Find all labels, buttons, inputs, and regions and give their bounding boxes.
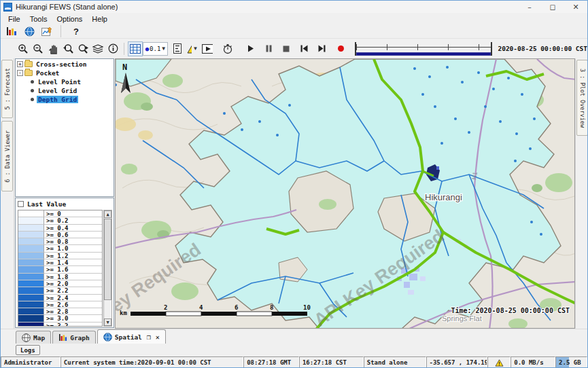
menu-options[interactable]: Options: [52, 14, 87, 24]
legend-panel: Last Value >= 0 >= 0.2 >= 0.4 >= 0.6 >= …: [15, 198, 114, 328]
collapse-icon[interactable]: -: [17, 70, 23, 76]
tab-forecast[interactable]: 5 : Forecast: [1, 60, 13, 118]
left-tab-strip: 5 : Forecast 6 : Data Viewer: [1, 58, 14, 329]
step-back-button[interactable]: [296, 41, 311, 56]
animation-panel-button[interactable]: [200, 41, 215, 56]
svg-text:N: N: [122, 62, 127, 72]
last-value-checkbox[interactable]: [18, 201, 24, 207]
statusbar: Administrator Current system time:2020-0…: [1, 356, 587, 368]
zoom-next-button[interactable]: [75, 41, 90, 56]
legend-toggle-button[interactable]: [170, 41, 185, 56]
stopwatch-icon: [222, 43, 233, 54]
help-button[interactable]: ?: [67, 24, 85, 39]
legend-swatch: [18, 280, 44, 287]
legend-row: >= 1.2: [18, 253, 102, 259]
tab-close-icon[interactable]: ✕: [156, 333, 160, 341]
pause-button[interactable]: [261, 41, 276, 56]
warning-icon: [495, 359, 504, 367]
legend-swatch: [18, 315, 44, 322]
spatial-display-button[interactable]: [22, 24, 37, 39]
tab-map[interactable]: Map: [16, 331, 51, 344]
logs-button[interactable]: Logs: [16, 345, 40, 355]
scroll-up-icon[interactable]: ▲: [104, 210, 111, 218]
play-button[interactable]: [243, 41, 258, 56]
layers-button[interactable]: [90, 41, 105, 56]
tree-item-cross-section[interactable]: + Cross-section: [16, 60, 114, 68]
legend-swatch: [18, 287, 44, 294]
tab-plot-overview[interactable]: 3 : Plot Overview: [576, 60, 588, 136]
tree-item-depth-grid[interactable]: Depth Grid: [16, 95, 114, 103]
folder-icon: [24, 70, 33, 76]
app-window: Hikurangi FEWS (Stand alone) – ◻ ✕ File …: [0, 0, 588, 368]
tab-data-viewer[interactable]: 6 : Data Viewer: [1, 121, 13, 191]
main-toolbar: ?: [1, 24, 587, 39]
wire-globe-icon: [22, 333, 31, 342]
legend-row: >= 1.8: [18, 274, 102, 280]
timeseries-display-button[interactable]: [4, 24, 19, 39]
tree-item-pocket[interactable]: - Pocket: [16, 69, 114, 77]
profile-display-button[interactable]: [39, 24, 54, 39]
maximize-button[interactable]: ◻: [541, 1, 564, 13]
dot-icon: ●: [145, 45, 149, 52]
help-icon: ?: [69, 26, 83, 37]
menu-tools[interactable]: Tools: [25, 14, 52, 24]
titlebar: Hikurangi FEWS (Stand alone) – ◻ ✕: [1, 1, 587, 13]
legend-swatch: [18, 245, 44, 252]
close-button[interactable]: ✕: [564, 1, 587, 13]
time-slider[interactable]: [355, 42, 492, 56]
timer-button[interactable]: [220, 41, 235, 56]
bullet-icon: [31, 98, 34, 101]
legend-swatch: [18, 238, 44, 245]
grid-display-button[interactable]: [128, 41, 143, 56]
status-warning-cell[interactable]: [487, 356, 511, 368]
expand-icon[interactable]: +: [17, 61, 23, 67]
tree-item-level-grid[interactable]: Level Grid: [16, 86, 114, 94]
tab-graph[interactable]: Graph: [52, 331, 96, 344]
legend-row: >= 3.0: [18, 315, 102, 322]
time-slider-ruler: [356, 47, 491, 48]
info-button[interactable]: [105, 41, 120, 56]
zoom-in-button[interactable]: [16, 41, 31, 56]
pan-button[interactable]: [46, 41, 60, 56]
tab-maximize-icon[interactable]: ❒: [147, 333, 151, 341]
status-memory: 2.5 GB: [555, 356, 587, 368]
map-view[interactable]: API Key Required API Key Required Hikura…: [115, 58, 575, 329]
chevron-down-icon: ▼: [193, 45, 198, 52]
tree-item-level-point[interactable]: Level Point: [16, 77, 114, 86]
legend-swatch: [18, 323, 44, 327]
minimize-button[interactable]: –: [518, 1, 541, 13]
bullet-icon: [31, 80, 34, 84]
menu-file[interactable]: File: [3, 14, 25, 24]
scroll-thumb[interactable]: [104, 219, 111, 300]
animation-icon: [202, 44, 213, 54]
stop-button[interactable]: [279, 41, 294, 56]
bar-chart-icon: [58, 333, 67, 342]
thresholds-dropdown-button[interactable]: ▼: [185, 41, 200, 56]
layers-icon: [92, 44, 103, 54]
legend-scrollbar[interactable]: ▲ ▼: [103, 210, 112, 327]
map-canvas: API Key Required API Key Required Hikura…: [116, 59, 575, 329]
legend-swatch: [18, 308, 44, 315]
menubar: File Tools Options Help: [1, 13, 587, 24]
globe-icon: [103, 333, 112, 342]
bullet-icon: [31, 89, 34, 92]
scroll-down-icon[interactable]: ▼: [104, 318, 111, 326]
legend-panel-icon: [173, 43, 181, 54]
legend-row: >= 2.6: [18, 301, 102, 308]
tab-spatial[interactable]: Spatial ❒ ✕: [97, 329, 166, 344]
time-slider-range-bar[interactable]: [356, 52, 491, 56]
zoom-next-icon: [77, 43, 88, 54]
step-forward-button[interactable]: [314, 41, 329, 56]
zoom-out-button[interactable]: [31, 41, 46, 56]
legend-row: >= 0.8: [18, 238, 102, 245]
svg-text:8: 8: [270, 304, 273, 311]
legend-swatch: [18, 266, 44, 273]
record-button[interactable]: [333, 41, 348, 56]
zoom-previous-button[interactable]: [60, 41, 75, 56]
zoom-previous-icon: [63, 43, 73, 54]
legend-row: >= 2.0: [18, 280, 102, 287]
legend-swatch: [18, 253, 44, 259]
label-threshold-dropdown[interactable]: ● 0.1 ▼: [143, 42, 169, 56]
status-mode: Stand alone: [364, 356, 426, 368]
menu-help[interactable]: Help: [87, 14, 112, 24]
